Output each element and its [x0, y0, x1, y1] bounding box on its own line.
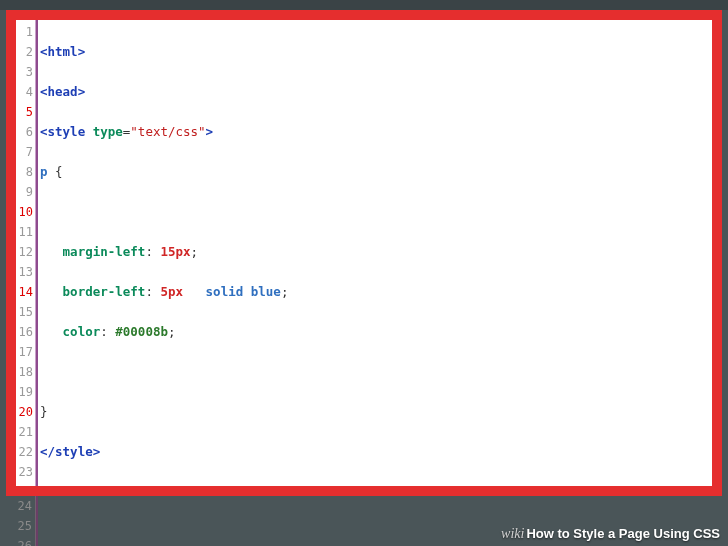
line-number: 19 [16, 382, 33, 402]
line-number: 3 [16, 62, 33, 82]
line-number: 14 [16, 282, 33, 302]
line-number: 17 [16, 342, 33, 362]
line-number: 9 [16, 182, 33, 202]
line-number-gutter-below: 24 25 26 27 28 [6, 496, 36, 546]
line-number-gutter: 1 2 3 4 5 6 7 8 9 10 11 12 13 14 15 16 1… [16, 20, 36, 486]
line-number: 1 [16, 22, 33, 42]
line-number: 22 [16, 442, 33, 462]
watermark-title: How to Style a Page Using CSS [526, 526, 720, 541]
line-number: 7 [16, 142, 33, 162]
code-line: p { [40, 162, 712, 182]
line-number: 13 [16, 262, 33, 282]
watermark: wiki How to Style a Page Using CSS [501, 526, 720, 542]
code-line: } [40, 402, 712, 422]
editor-highlight-frame: 1 2 3 4 5 6 7 8 9 10 11 12 13 14 15 16 1… [6, 10, 722, 496]
line-number: 10 [16, 202, 33, 222]
code-area[interactable]: <html> <head> <style type="text/css"> p … [36, 20, 712, 486]
line-number: 8 [16, 162, 33, 182]
line-number: 4 [16, 82, 33, 102]
line-number: 18 [16, 362, 33, 382]
line-number: 16 [16, 322, 33, 342]
code-line: <head> [40, 82, 712, 102]
code-line [40, 362, 712, 382]
code-line: </style> [40, 442, 712, 462]
line-number: 26 [6, 536, 32, 546]
line-number: 24 [6, 496, 32, 516]
line-number: 15 [16, 302, 33, 322]
code-line: </head> [40, 482, 712, 486]
code-line: color: #00008b; [40, 322, 712, 342]
line-number: 2 [16, 42, 33, 62]
code-line: margin-left: 15px; [40, 242, 712, 262]
window-top-strip [0, 0, 728, 10]
watermark-brand: wiki [501, 526, 524, 542]
code-line: <html> [40, 42, 712, 62]
line-number: 25 [6, 516, 32, 536]
line-number: 20 [16, 402, 33, 422]
line-number: 6 [16, 122, 33, 142]
line-number: 5 [16, 102, 33, 122]
line-number: 23 [16, 462, 33, 482]
line-number: 11 [16, 222, 33, 242]
code-line: <style type="text/css"> [40, 122, 712, 142]
line-number: 12 [16, 242, 33, 262]
code-line: border-left: 5px solid blue; [40, 282, 712, 302]
code-line [40, 202, 712, 222]
line-number: 21 [16, 422, 33, 442]
